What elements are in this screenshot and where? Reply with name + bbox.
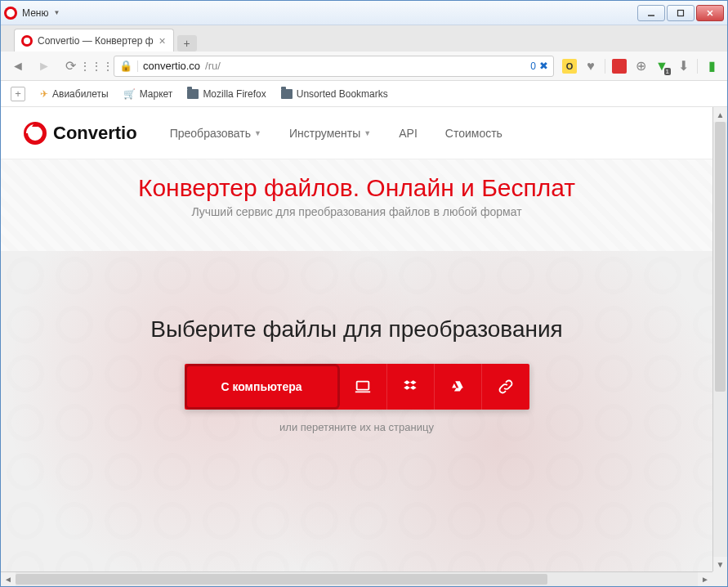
bookmarks-bar: + ✈ Авиабилеты 🛒 Маркет Mozilla Firefox … xyxy=(1,81,727,107)
horizontal-scrollbar[interactable]: ◄ ► xyxy=(1,571,712,586)
window-minimize-button[interactable] xyxy=(637,5,665,21)
site-nav: Преобразовать▼ Инструменты▼ API Стоимост… xyxy=(170,127,502,140)
nav-pricing[interactable]: Стоимость xyxy=(445,127,502,140)
browser-toolbar: ◄ ► ⟳ ⋮⋮⋮ 🔒 convertio.co/ru/ 0 ✖ O ♥ ⊕ ▼… xyxy=(1,52,727,81)
scroll-up-arrow[interactable]: ▲ xyxy=(713,107,727,122)
bookmark-market[interactable]: 🛒 Маркет xyxy=(123,88,173,100)
dropzone-section[interactable]: Выберите файлы для преобразования С комп… xyxy=(1,251,712,571)
ext-red-icon[interactable] xyxy=(612,59,627,74)
nav-api[interactable]: API xyxy=(399,127,418,140)
ext-battery-icon[interactable]: ▮ xyxy=(704,59,719,74)
upload-bar: С компьютера xyxy=(185,364,529,410)
scroll-thumb[interactable] xyxy=(715,122,726,392)
tab-close-button[interactable]: × xyxy=(157,35,168,47)
nav-label: Стоимость xyxy=(445,127,502,140)
window-titlebar: Меню ▼ xyxy=(1,1,727,25)
scroll-left-arrow[interactable]: ◄ xyxy=(1,572,16,586)
bookmark-unsorted[interactable]: Unsorted Bookmarks xyxy=(281,88,388,100)
svg-rect-5 xyxy=(357,382,369,390)
chevron-down-icon: ▼ xyxy=(254,129,261,137)
lock-icon: 🔒 xyxy=(119,60,132,72)
upload-main-label: С компьютера xyxy=(221,380,301,393)
upload-from-dropbox-button[interactable] xyxy=(387,364,435,410)
bookmark-label: Mozilla Firefox xyxy=(203,88,266,100)
menu-chevron-icon: ▼ xyxy=(53,9,60,16)
opera-logo-icon xyxy=(4,7,17,20)
add-bookmark-button[interactable]: + xyxy=(11,87,25,101)
scroll-right-arrow[interactable]: ► xyxy=(698,572,712,586)
ext-download-icon[interactable]: ⬇ xyxy=(676,59,690,74)
brand-logo[interactable]: Convertio xyxy=(24,122,137,145)
scroll-track[interactable] xyxy=(713,122,727,557)
ext-globe-icon[interactable]: ⊕ xyxy=(633,59,648,74)
page-viewport: Convertio Преобразовать▼ Инструменты▼ AP… xyxy=(1,107,727,586)
upload-from-device-button[interactable] xyxy=(340,364,387,410)
window-menu-label[interactable]: Меню xyxy=(22,7,48,19)
upload-from-computer-button[interactable]: С компьютера xyxy=(185,364,340,410)
plane-icon: ✈ xyxy=(40,88,48,100)
link-icon xyxy=(497,378,515,396)
shield-icon[interactable]: ✖ xyxy=(539,60,548,72)
tab-title: Convertio — Конвертер ф xyxy=(38,35,154,47)
bookmark-label: Unsorted Bookmarks xyxy=(297,88,388,100)
dropzone-heading: Выберите файлы для преобразования xyxy=(1,316,712,343)
url-host: convertio.co xyxy=(143,60,200,72)
window-maximize-button[interactable] xyxy=(667,5,695,21)
window-close-button[interactable] xyxy=(696,5,724,21)
hero-section: Конвертер файлов. Онлайн и Бесплат Лучши… xyxy=(1,159,712,251)
back-button[interactable]: ◄ xyxy=(9,57,27,75)
ext-yandex-icon[interactable]: O xyxy=(562,59,577,74)
forward-button[interactable]: ► xyxy=(35,57,53,75)
ext-heart-icon[interactable]: ♥ xyxy=(583,59,598,74)
nav-label: Инструменты xyxy=(289,127,360,140)
reload-button[interactable]: ⟳ xyxy=(61,57,79,75)
tab-strip: Convertio — Конвертер ф × + xyxy=(1,25,727,52)
badge-count: 0 xyxy=(530,60,536,72)
bookmark-firefox[interactable]: Mozilla Firefox xyxy=(187,88,266,100)
vertical-scrollbar[interactable]: ▲ ▼ xyxy=(712,107,727,571)
separator xyxy=(605,59,605,74)
hero-subtitle: Лучший сервис для преобразования файлов … xyxy=(1,205,712,218)
nav-convert[interactable]: Преобразовать▼ xyxy=(170,127,261,140)
nav-tools[interactable]: Инструменты▼ xyxy=(289,127,371,140)
address-bar[interactable]: 🔒 convertio.co/ru/ 0 ✖ xyxy=(114,56,554,77)
upload-from-gdrive-button[interactable] xyxy=(435,364,482,410)
speed-dial-button[interactable]: ⋮⋮⋮ xyxy=(87,57,105,75)
scroll-down-arrow[interactable]: ▼ xyxy=(713,557,727,571)
browser-tab[interactable]: Convertio — Конвертер ф × xyxy=(14,29,174,52)
chevron-down-icon: ▼ xyxy=(364,129,371,137)
bookmark-label: Маркет xyxy=(140,88,173,100)
dropbox-icon xyxy=(401,378,419,396)
new-tab-button[interactable]: + xyxy=(177,35,197,52)
folder-icon xyxy=(187,89,199,99)
drag-hint: или перетяните их на страницу xyxy=(1,421,712,433)
convertio-logo-icon xyxy=(24,122,47,145)
svg-rect-1 xyxy=(678,10,684,16)
scroll-corner xyxy=(712,571,727,586)
laptop-icon xyxy=(354,378,372,396)
scroll-track[interactable] xyxy=(16,572,698,586)
separator xyxy=(137,60,138,72)
hero-title: Конвертер файлов. Онлайн и Бесплат xyxy=(1,174,712,202)
url-path: /ru/ xyxy=(205,60,221,72)
ext-shield-icon[interactable]: ▼1 xyxy=(654,59,669,74)
nav-label: Преобразовать xyxy=(170,127,251,140)
bookmark-aviabilety[interactable]: ✈ Авиабилеты xyxy=(40,88,109,100)
tab-favicon-icon xyxy=(21,35,33,47)
bookmark-label: Авиабилеты xyxy=(52,88,109,100)
folder-icon xyxy=(281,89,293,99)
upload-from-url-button[interactable] xyxy=(482,364,529,410)
separator xyxy=(697,59,698,74)
brand-text: Convertio xyxy=(53,123,137,144)
cart-icon: 🛒 xyxy=(123,88,136,100)
site-header: Convertio Преобразовать▼ Инструменты▼ AP… xyxy=(1,107,712,159)
nav-label: API xyxy=(399,127,418,140)
google-drive-icon xyxy=(449,378,467,396)
scroll-thumb[interactable] xyxy=(16,574,547,585)
